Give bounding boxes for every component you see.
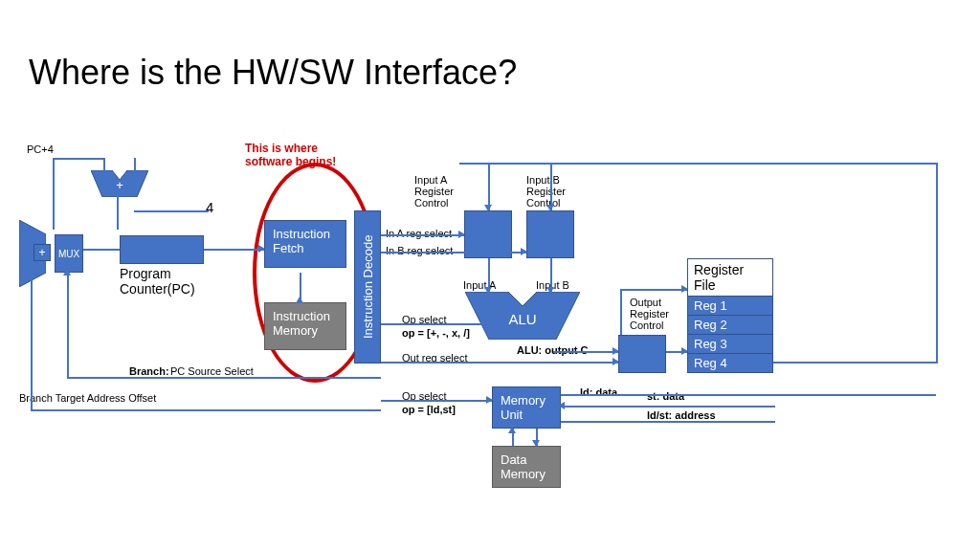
label-opset1: op = [+, -, x, /]: [402, 327, 470, 339]
label-in-b-sel: In B reg select: [386, 245, 453, 256]
label-in-b-ctrl: Input B Register Control: [526, 174, 584, 209]
label-pc: Program Counter(PC): [120, 266, 225, 297]
label-in-a-ctrl: Input A Register Control: [414, 174, 472, 209]
out-reg-ctrl-block: [618, 335, 666, 373]
instruction-decode-block: Instruction Decode: [354, 210, 381, 364]
svg-text:+: +: [116, 178, 123, 192]
label-bto: Branch Target Address Offset: [19, 392, 156, 404]
label-outregctrl: Output Register Control: [630, 297, 682, 331]
rf-reg4: Reg 4: [688, 353, 772, 372]
label-stdata: st: data: [647, 390, 684, 402]
program-counter-block: [120, 235, 204, 264]
label-branch: Branch:: [129, 365, 169, 377]
label-lddata: ld: data: [580, 386, 617, 398]
label-branch2: PC Source Select: [170, 365, 254, 377]
data-memory-block: Data Memory: [492, 446, 561, 488]
rf-reg2: Reg 2: [688, 315, 772, 334]
svg-text:ALU: ALU: [508, 311, 536, 327]
rf-reg1: Reg 1: [688, 296, 772, 315]
rf-reg3: Reg 3: [688, 334, 772, 353]
mux-block: MUX: [55, 234, 83, 273]
in-b-reg-ctrl-block: [526, 210, 574, 258]
instruction-memory-block: Instruction Memory: [264, 302, 346, 350]
slide-title: Where is the HW/SW Interface?: [29, 53, 517, 93]
plus-mux: +: [33, 244, 51, 261]
label-aluout: ALU: output C: [517, 344, 589, 356]
rf-header: Register File: [688, 259, 772, 296]
adder: +: [91, 170, 148, 197]
label-ldstaddr: ld/st: address: [647, 409, 716, 421]
instruction-fetch-block: Instruction Fetch: [264, 220, 346, 268]
diagram-stage: This is where software begins! PC+4 MUX …: [19, 143, 961, 526]
label-in-a-sel: In A reg select: [386, 228, 452, 239]
register-file: Register File Reg 1 Reg 2 Reg 3 Reg 4: [687, 258, 773, 373]
memory-unit-block: Memory Unit: [492, 386, 561, 429]
alu-block: ALU: [465, 292, 580, 340]
label-four: 4: [206, 199, 213, 215]
label-pc4: PC+4: [27, 143, 54, 155]
label-opset2: op = [ld,st]: [402, 404, 456, 415]
